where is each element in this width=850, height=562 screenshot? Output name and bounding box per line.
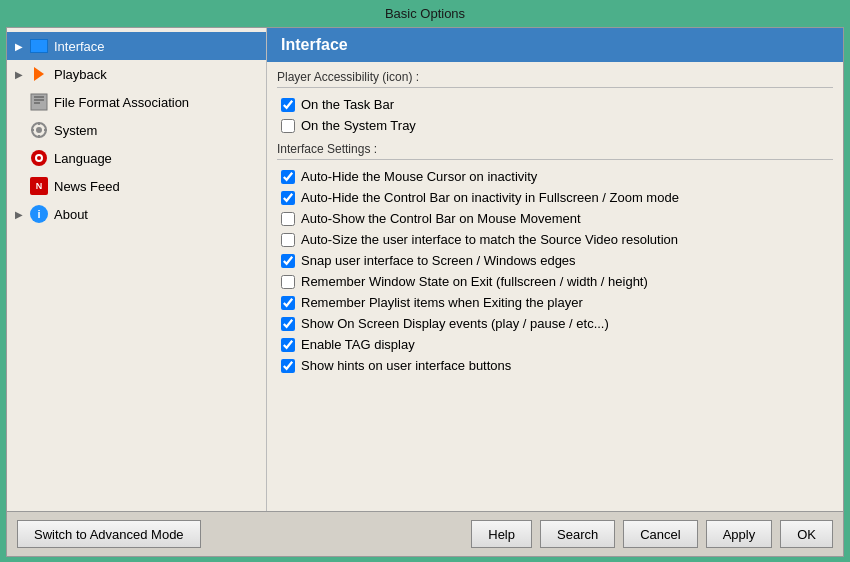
sidebar-label-system: System xyxy=(54,123,97,138)
taskbar-checkbox[interactable] xyxy=(281,98,295,112)
sidebar: ▶ Interface ▶ Playback xyxy=(7,28,267,511)
show-hints-label: Show hints on user interface buttons xyxy=(301,358,511,373)
taskbar-label: On the Task Bar xyxy=(301,97,394,112)
checkbox-systemtray: On the System Tray xyxy=(281,115,833,136)
playback-icon xyxy=(29,64,49,84)
cancel-button[interactable]: Cancel xyxy=(623,520,697,548)
enable-tag-label: Enable TAG display xyxy=(301,337,415,352)
svg-marker-0 xyxy=(34,67,44,81)
autoshow-control-label: Auto-Show the Control Bar on Mouse Movem… xyxy=(301,211,581,226)
remember-window-checkbox[interactable] xyxy=(281,275,295,289)
autosize-ui-label: Auto-Size the user interface to match th… xyxy=(301,232,678,247)
arrow-icon: ▶ xyxy=(15,209,29,220)
svg-point-13 xyxy=(37,156,41,160)
panel-header: Interface xyxy=(267,28,843,62)
fileformat-icon xyxy=(29,92,49,112)
autohide-control-label: Auto-Hide the Control Bar on inactivity … xyxy=(301,190,679,205)
autohide-cursor-label: Auto-Hide the Mouse Cursor on inactivity xyxy=(301,169,537,184)
apply-button[interactable]: Apply xyxy=(706,520,773,548)
search-button[interactable]: Search xyxy=(540,520,615,548)
panel-title: Interface xyxy=(281,36,348,53)
autohide-control-checkbox[interactable] xyxy=(281,191,295,205)
autoshow-control-checkbox[interactable] xyxy=(281,212,295,226)
remember-playlist-checkbox[interactable] xyxy=(281,296,295,310)
help-button[interactable]: Help xyxy=(471,520,532,548)
enable-tag-checkbox[interactable] xyxy=(281,338,295,352)
svg-point-6 xyxy=(36,127,42,133)
systemtray-label: On the System Tray xyxy=(301,118,416,133)
sidebar-label-newsfeed: News Feed xyxy=(54,179,120,194)
sidebar-label-interface: Interface xyxy=(54,39,105,54)
sidebar-item-system[interactable]: System xyxy=(7,116,266,144)
checkbox-snap-ui: Snap user interface to Screen / Windows … xyxy=(281,250,833,271)
language-icon xyxy=(29,148,49,168)
checkbox-autoshow-control: Auto-Show the Control Bar on Mouse Movem… xyxy=(281,208,833,229)
checkbox-autohide-control: Auto-Hide the Control Bar on inactivity … xyxy=(281,187,833,208)
checkbox-autosize-ui: Auto-Size the user interface to match th… xyxy=(281,229,833,250)
checkbox-remember-window: Remember Window State on Exit (fullscree… xyxy=(281,271,833,292)
checkbox-remember-playlist: Remember Playlist items when Exiting the… xyxy=(281,292,833,313)
sidebar-label-playback: Playback xyxy=(54,67,107,82)
sidebar-label-language: Language xyxy=(54,151,112,166)
show-hints-checkbox[interactable] xyxy=(281,359,295,373)
content-area: ▶ Interface ▶ Playback xyxy=(7,28,843,511)
accessibility-section-label: Player Accessibility (icon) : xyxy=(277,70,833,88)
show-osd-label: Show On Screen Display events (play / pa… xyxy=(301,316,609,331)
sidebar-label-fileformat: File Format Association xyxy=(54,95,189,110)
sidebar-label-about: About xyxy=(54,207,88,222)
sidebar-item-playback[interactable]: ▶ Playback xyxy=(7,60,266,88)
window-title: Basic Options xyxy=(385,6,465,21)
arrow-icon: ▶ xyxy=(15,69,29,80)
checkbox-autohide-cursor: Auto-Hide the Mouse Cursor on inactivity xyxy=(281,166,833,187)
sidebar-item-fileformat[interactable]: File Format Association xyxy=(7,88,266,116)
checkbox-enable-tag: Enable TAG display xyxy=(281,334,833,355)
autosize-ui-checkbox[interactable] xyxy=(281,233,295,247)
remember-playlist-label: Remember Playlist items when Exiting the… xyxy=(301,295,583,310)
systemtray-checkbox[interactable] xyxy=(281,119,295,133)
interface-icon xyxy=(29,36,49,56)
snap-ui-checkbox[interactable] xyxy=(281,254,295,268)
show-osd-checkbox[interactable] xyxy=(281,317,295,331)
sidebar-item-language[interactable]: Language xyxy=(7,144,266,172)
checkbox-show-osd: Show On Screen Display events (play / pa… xyxy=(281,313,833,334)
checkbox-taskbar: On the Task Bar xyxy=(281,94,833,115)
remember-window-label: Remember Window State on Exit (fullscree… xyxy=(301,274,648,289)
settings-section-label: Interface Settings : xyxy=(277,142,833,160)
autohide-cursor-checkbox[interactable] xyxy=(281,170,295,184)
ok-button[interactable]: OK xyxy=(780,520,833,548)
snap-ui-label: Snap user interface to Screen / Windows … xyxy=(301,253,576,268)
title-bar: Basic Options xyxy=(0,0,850,27)
about-icon: i xyxy=(29,204,49,224)
sidebar-item-about[interactable]: ▶ i About xyxy=(7,200,266,228)
checkbox-show-hints: Show hints on user interface buttons xyxy=(281,355,833,376)
newsfeed-icon: N xyxy=(29,176,49,196)
system-icon xyxy=(29,120,49,140)
main-container: ▶ Interface ▶ Playback xyxy=(6,27,844,557)
switch-mode-button[interactable]: Switch to Advanced Mode xyxy=(17,520,201,548)
sidebar-item-interface[interactable]: ▶ Interface xyxy=(7,32,266,60)
arrow-icon: ▶ xyxy=(15,41,29,52)
main-panel: Interface Player Accessibility (icon) : … xyxy=(267,28,843,511)
panel-content: Player Accessibility (icon) : On the Tas… xyxy=(267,70,843,386)
sidebar-item-newsfeed[interactable]: N News Feed xyxy=(7,172,266,200)
bottom-bar: Switch to Advanced Mode Help Search Canc… xyxy=(7,511,843,556)
